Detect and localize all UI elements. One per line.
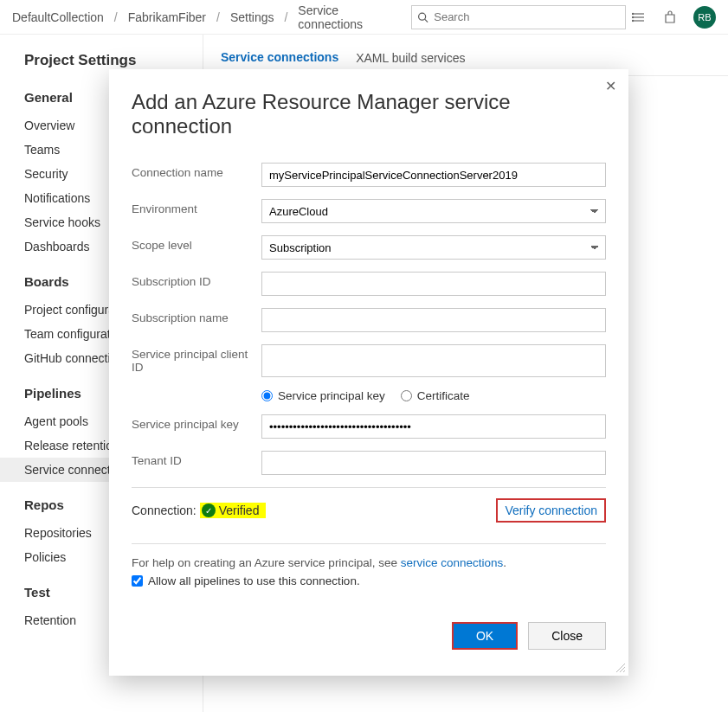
- breadcrumb-sep: /: [114, 10, 118, 24]
- sidebar-title: Project Settings: [24, 52, 203, 69]
- label-tenant-id: Tenant ID: [132, 451, 261, 467]
- svg-point-7: [632, 20, 633, 21]
- resize-grip-icon[interactable]: [615, 662, 625, 672]
- close-button[interactable]: Close: [528, 622, 606, 650]
- verify-connection-button[interactable]: Verify connection: [505, 504, 597, 517]
- select-scope-level[interactable]: Subscription: [261, 235, 606, 260]
- input-tenant-id[interactable]: [261, 451, 606, 475]
- divider: [132, 543, 606, 544]
- checkbox-allow-all[interactable]: [132, 575, 143, 587]
- svg-point-5: [632, 13, 633, 14]
- modal-title: Add an Azure Resource Manager service co…: [132, 90, 606, 138]
- shopping-bag-icon[interactable]: [662, 10, 678, 25]
- search-icon: [417, 11, 428, 23]
- breadcrumb-sep: /: [216, 10, 220, 24]
- label-connection-name: Connection name: [132, 163, 261, 179]
- close-icon[interactable]: ✕: [605, 78, 616, 94]
- verify-connection-highlight: Verify connection: [496, 498, 606, 523]
- radio-certificate[interactable]: Certificate: [401, 389, 470, 402]
- label-sp-client-id: Service principal client ID: [132, 344, 261, 374]
- verified-text: Verified: [219, 504, 260, 517]
- breadcrumb-collection[interactable]: DefaultCollection: [12, 10, 104, 24]
- connection-label: Connection:: [132, 504, 196, 517]
- input-subscription-id[interactable]: [261, 272, 606, 296]
- ok-button[interactable]: OK: [452, 622, 518, 650]
- label-scope-level: Scope level: [132, 235, 261, 252]
- avatar[interactable]: RB: [693, 6, 716, 29]
- search-box[interactable]: [411, 5, 626, 29]
- search-input[interactable]: [434, 10, 620, 23]
- breadcrumb-project[interactable]: FabrikamFiber: [128, 10, 206, 24]
- add-service-connection-modal: ✕ Add an Azure Resource Manager service …: [109, 69, 628, 676]
- help-link-service-connections[interactable]: service connections: [401, 556, 504, 569]
- list-icon[interactable]: [631, 10, 647, 25]
- help-text: For help on creating an Azure service pr…: [132, 556, 606, 569]
- breadcrumb-page[interactable]: Service connections: [298, 3, 401, 31]
- check-icon: ✓: [202, 504, 216, 517]
- svg-line-1: [425, 19, 428, 22]
- label-environment: Environment: [132, 199, 261, 215]
- label-allow-all: Allow all pipelines to use this connecti…: [148, 574, 360, 587]
- svg-point-0: [419, 13, 426, 20]
- radio-sp-key[interactable]: Service principal key: [261, 389, 385, 402]
- breadcrumb-sep: /: [284, 10, 287, 24]
- label-sp-key: Service principal key: [132, 414, 261, 431]
- breadcrumb-settings[interactable]: Settings: [230, 10, 274, 24]
- svg-point-6: [632, 16, 633, 17]
- input-sp-key[interactable]: [261, 414, 606, 439]
- input-subscription-name[interactable]: [261, 308, 606, 332]
- input-sp-client-id[interactable]: [261, 344, 606, 377]
- label-subscription-id: Subscription ID: [132, 272, 261, 288]
- verified-badge: ✓ Verified: [200, 503, 267, 518]
- input-connection-name[interactable]: [261, 163, 606, 187]
- label-subscription-name: Subscription name: [132, 308, 261, 324]
- select-environment[interactable]: AzureCloud: [261, 199, 606, 223]
